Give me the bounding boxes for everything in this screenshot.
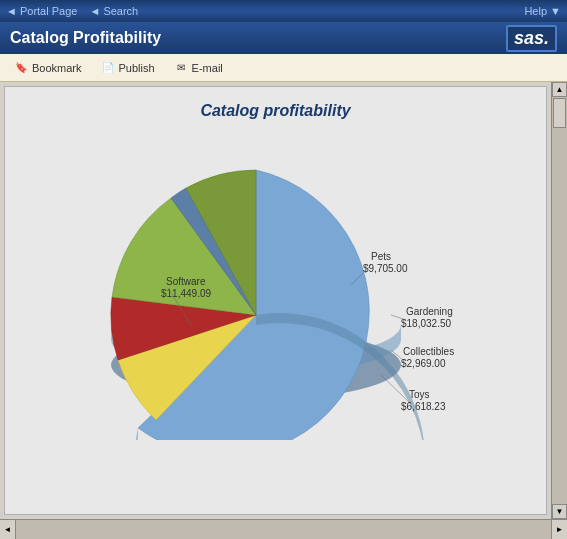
sas-logo: sas.	[506, 25, 557, 52]
publish-icon: 📄	[100, 60, 116, 76]
top-nav: ◄ Portal Page ◄ Search Help ▼	[0, 0, 567, 22]
email-button[interactable]: ✉ E-mail	[168, 57, 228, 79]
gardening-value: $18,032.50	[401, 318, 451, 329]
email-label: E-mail	[192, 62, 223, 74]
software-label: Software	[166, 276, 206, 287]
gardening-label: Gardening	[406, 306, 453, 317]
scroll-right-button[interactable]: ►	[551, 520, 567, 539]
scroll-up-button[interactable]: ▲	[552, 82, 567, 97]
title-bar: Catalog Profitability sas.	[0, 22, 567, 54]
publish-button[interactable]: 📄 Publish	[95, 57, 160, 79]
pie-chart: Sports $86,427.00 Software $11,449.09 Pe…	[61, 130, 491, 440]
search-link[interactable]: ◄ Search	[89, 5, 138, 17]
hscroll-track	[16, 520, 551, 539]
scroll-left-button[interactable]: ◄	[0, 520, 16, 539]
collectibles-value: $2,969.00	[401, 358, 446, 369]
pets-value: $9,705.00	[363, 263, 408, 274]
chart-area: Catalog profitability	[4, 86, 547, 515]
bookmark-icon: 🔖	[13, 60, 29, 76]
bottom-scrollbar: ◄ ►	[0, 519, 567, 539]
pets-label: Pets	[371, 251, 391, 262]
main-content: Catalog profitability	[0, 82, 567, 519]
scroll-down-button[interactable]: ▼	[552, 504, 567, 519]
scroll-track	[552, 97, 567, 504]
top-nav-left: ◄ Portal Page ◄ Search	[6, 5, 138, 17]
bookmark-label: Bookmark	[32, 62, 82, 74]
bookmark-button[interactable]: 🔖 Bookmark	[8, 57, 87, 79]
portal-page-link[interactable]: ◄ Portal Page	[6, 5, 77, 17]
page-title: Catalog Profitability	[10, 29, 161, 47]
publish-label: Publish	[119, 62, 155, 74]
email-icon: ✉	[173, 60, 189, 76]
help-link[interactable]: Help ▼	[524, 5, 561, 17]
collectibles-label: Collectibles	[403, 346, 454, 357]
toolbar: 🔖 Bookmark 📄 Publish ✉ E-mail	[0, 54, 567, 82]
toys-label: Toys	[409, 389, 430, 400]
scroll-thumb[interactable]	[553, 98, 566, 128]
scrollbar-right: ▲ ▼	[551, 82, 567, 519]
software-value: $11,449.09	[161, 288, 211, 299]
toys-value: $6,618.23	[401, 401, 446, 412]
chart-title: Catalog profitability	[200, 102, 350, 120]
